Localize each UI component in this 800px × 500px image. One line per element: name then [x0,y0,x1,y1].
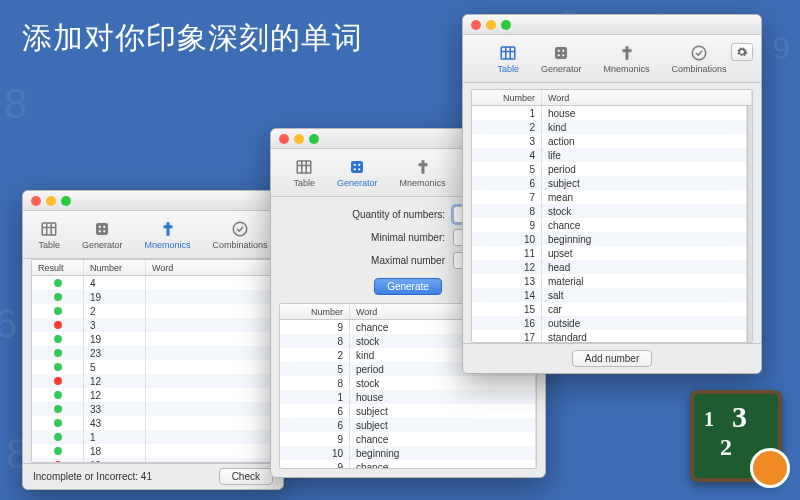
table-row[interactable]: 7mean [472,190,747,204]
settings-button[interactable] [731,43,753,61]
status-dot [54,461,62,462]
table-row[interactable]: 9chance [280,432,536,446]
tab-combinations[interactable]: Combinations [213,220,268,250]
table-row[interactable]: 13material [472,274,747,288]
status-text: Incomplete or Incorrect: 41 [33,471,152,482]
result-table: Result Number Word 419231923512123343118… [31,259,275,463]
tab-table[interactable]: Table [497,44,519,74]
col-word[interactable]: Word [542,90,752,105]
svg-point-18 [358,168,360,170]
svg-rect-14 [351,161,363,173]
word-table: Number Word 1house2kind3action4life5peri… [471,89,753,343]
check-button[interactable]: Check [219,468,273,485]
table-row[interactable]: 19 [32,458,274,462]
col-number[interactable]: Number [84,260,146,275]
table-row[interactable]: 10beginning [280,446,536,460]
svg-rect-10 [297,161,311,173]
svg-rect-0 [42,223,56,235]
table-row[interactable]: 9chance [472,218,747,232]
col-number[interactable]: Number [280,304,350,319]
table-row[interactable]: 18 [32,444,274,458]
col-word[interactable]: Word [146,260,274,275]
table-row[interactable]: 19 [32,290,274,304]
col-number[interactable]: Number [472,90,542,105]
tab-generator[interactable]: Generator [337,158,378,188]
minimize-icon[interactable] [294,134,304,144]
status-dot [54,447,62,455]
status-dot [54,307,62,315]
table-row[interactable]: 16outside [472,316,747,330]
scrollbar[interactable] [747,106,752,342]
table-row[interactable]: 2 [32,304,274,318]
table-row[interactable]: 9chance [280,460,536,468]
zoom-icon[interactable] [309,134,319,144]
window-footer: Incomplete or Incorrect: 41 Check [23,463,283,489]
zoom-icon[interactable] [501,20,511,30]
table-row[interactable]: 3action [472,134,747,148]
table-row[interactable]: 6subject [280,418,536,432]
table-row[interactable]: 6subject [280,404,536,418]
min-label: Minimal number: [371,232,445,243]
minimize-icon[interactable] [46,196,56,206]
window-mnemonics: Table Generator Mnemonics Combinations R… [22,190,284,490]
table-row[interactable]: 8stock [472,204,747,218]
col-result[interactable]: Result [32,260,84,275]
table-row[interactable]: 4 [32,276,274,290]
tab-mnemonics[interactable]: Mnemonics [400,158,446,188]
table-row[interactable]: 14salt [472,288,747,302]
svg-point-28 [562,54,564,56]
generate-button[interactable]: Generate [374,278,442,295]
table-row[interactable]: 3 [32,318,274,332]
brain-badge-icon [750,448,790,488]
tab-combinations[interactable]: Combinations [672,44,727,74]
table-row[interactable]: 10beginning [472,232,747,246]
table-row[interactable]: 8stock [280,376,536,390]
table-row[interactable]: 19 [32,332,274,346]
table-row[interactable]: 15car [472,302,747,316]
status-dot [54,391,62,399]
svg-rect-24 [555,47,567,59]
svg-point-8 [103,230,105,232]
status-dot [54,335,62,343]
tab-table[interactable]: Table [38,220,60,250]
status-dot [54,279,62,287]
status-dot [54,349,62,357]
add-number-button[interactable]: Add number [572,350,652,367]
svg-point-7 [99,230,101,232]
tab-generator[interactable]: Generator [82,220,123,250]
table-row[interactable]: 33 [32,402,274,416]
table-row[interactable]: 5period [472,162,747,176]
close-icon[interactable] [31,196,41,206]
minimize-icon[interactable] [486,20,496,30]
status-dot [54,377,62,385]
qty-label: Quantity of numbers: [352,209,445,220]
table-row[interactable]: 5 [32,360,274,374]
table-row[interactable]: 1 [32,430,274,444]
titlebar [23,191,283,211]
svg-rect-4 [96,223,108,235]
table-row[interactable]: 1house [280,390,536,404]
close-icon[interactable] [279,134,289,144]
close-icon[interactable] [471,20,481,30]
table-row[interactable]: 12head [472,260,747,274]
svg-point-15 [354,163,356,165]
table-row[interactable]: 12 [32,388,274,402]
table-row[interactable]: 12 [32,374,274,388]
svg-point-5 [99,225,101,227]
table-row[interactable]: 4life [472,148,747,162]
table-row[interactable]: 17standard [472,330,747,342]
table-row[interactable]: 1house [472,106,747,120]
window-table: Table Generator Mnemonics Combinations N… [462,14,762,374]
tab-generator[interactable]: Generator [541,44,582,74]
table-row[interactable]: 11upset [472,246,747,260]
app-icon: 1 3 2 [690,390,782,482]
table-row[interactable]: 43 [32,416,274,430]
status-dot [54,363,62,371]
zoom-icon[interactable] [61,196,71,206]
tab-mnemonics[interactable]: Mnemonics [604,44,650,74]
tab-mnemonics[interactable]: Mnemonics [145,220,191,250]
table-row[interactable]: 2kind [472,120,747,134]
table-row[interactable]: 23 [32,346,274,360]
table-row[interactable]: 6subject [472,176,747,190]
tab-table[interactable]: Table [293,158,315,188]
